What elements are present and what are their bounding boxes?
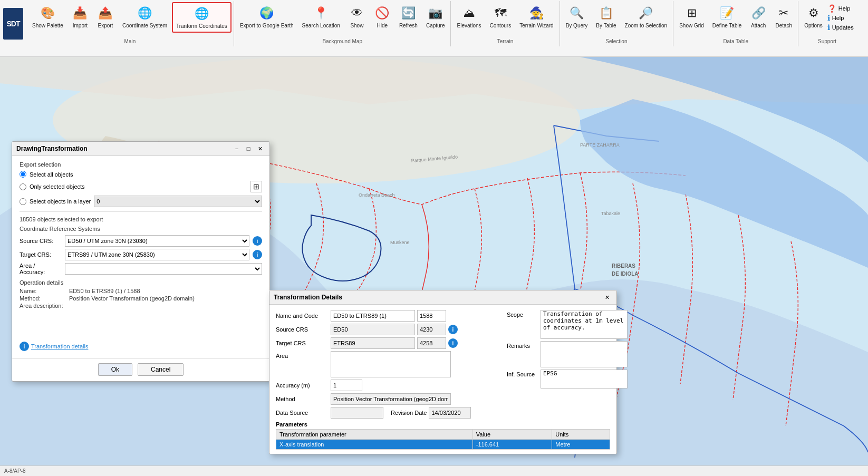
- td-target-info-icon[interactable]: i: [448, 338, 458, 348]
- show-button[interactable]: 👁 Show: [345, 2, 369, 32]
- area-accuracy-label: Area / Accuracy:: [20, 263, 62, 275]
- contours-label: Contours: [490, 23, 512, 29]
- source-crs-info-icon[interactable]: i: [253, 236, 262, 246]
- selection-section-label: Selection: [562, 37, 671, 45]
- svg-text:Ondarreta Beach: Ondarreta Beach: [359, 192, 395, 198]
- show-palette-button[interactable]: 🎨 Show Palette: [28, 2, 67, 32]
- params-col-param: Transformation parameter: [276, 430, 473, 440]
- transform-dialog-titlebar[interactable]: DrawingTransformation − □ ✕: [12, 142, 269, 156]
- code-input[interactable]: [417, 310, 446, 322]
- area-td-row: Area: [276, 351, 503, 377]
- refresh-label: Refresh: [399, 23, 418, 29]
- zoom-to-selection-button[interactable]: 🔎 Zoom to Selection: [621, 2, 671, 32]
- infsrc-textarea[interactable]: EPSG: [541, 370, 628, 388]
- source-crs-select[interactable]: ED50 / UTM zone 30N (23030): [65, 235, 249, 247]
- crs-section-title: Coordinate Reference Systems: [20, 226, 262, 232]
- by-table-button[interactable]: 📋 By Table: [592, 2, 620, 32]
- bgmap-items: 🌍 Export to Google Earth 📍 Search Locati…: [236, 2, 449, 37]
- transform-dialog-footer: Ok Cancel: [12, 358, 269, 381]
- name-code-row: Name and Code: [276, 310, 503, 322]
- cancel-button[interactable]: Cancel: [138, 363, 184, 376]
- transform-coordinates-button[interactable]: 🌐 Tranform Coordinates: [172, 2, 232, 33]
- infsrc-label: Inf. Source: [507, 371, 538, 377]
- transform-dialog-minimize[interactable]: −: [232, 144, 242, 153]
- detach-icon: ✂: [775, 5, 792, 22]
- td-target-code-input[interactable]: [417, 337, 446, 349]
- detach-button[interactable]: ✂ Detach: [771, 2, 796, 32]
- td-datasource-label: Data Source: [276, 410, 329, 416]
- terrain-wizard-button[interactable]: 🧙 Terrain Wizard: [516, 2, 557, 32]
- export-button[interactable]: 📤 Export: [93, 2, 118, 32]
- options-icon: ⚙: [805, 5, 822, 22]
- td-accuracy-input[interactable]: [331, 380, 362, 391]
- selected-objects-icon[interactable]: ⊞: [250, 181, 262, 192]
- transform-details-link[interactable]: i Transformation details: [20, 342, 262, 351]
- layer-select[interactable]: 0: [94, 196, 262, 207]
- radio-selected-objects-row: Only selected objects ⊞: [20, 181, 262, 192]
- information-button[interactable]: ℹ Updates: [827, 23, 854, 32]
- refresh-button[interactable]: 🔄 Refresh: [396, 2, 421, 32]
- target-crs-select[interactable]: ETRS89 / UTM zone 30N (25830): [65, 249, 249, 260]
- export-radio-group: Select all objects Only selected objects…: [20, 171, 262, 207]
- td-body: Name and Code Source CRS i Target CRS i: [269, 305, 616, 454]
- radio-layer-label: Select objects in a layer: [30, 198, 91, 205]
- transform-dialog-body: Export selection Select all objects Only…: [12, 156, 269, 356]
- coordinate-system-label: Coordinate System: [122, 23, 167, 29]
- import-button[interactable]: 📥 Import: [68, 2, 92, 32]
- name-input[interactable]: [331, 310, 415, 322]
- transform-dialog-maximize[interactable]: □: [243, 144, 254, 153]
- area-accuracy-select[interactable]: [65, 263, 262, 275]
- scope-textarea[interactable]: Transformation of coordinates at 1m leve…: [541, 310, 628, 339]
- op-name-value: ED50 to ETRS89 (1) / 1588: [69, 288, 140, 294]
- td-source-crs-input[interactable]: [331, 324, 415, 335]
- op-method-row: Method: Position Vector Transformation (…: [20, 295, 262, 302]
- ok-button[interactable]: Ok: [98, 363, 132, 376]
- toolbar-section-datatable: ⊞ Show Grid 📝 Define Table 🔗 Attach ✂ De…: [673, 1, 798, 46]
- information-icon: ℹ: [827, 23, 830, 32]
- method-row: Method: [276, 393, 503, 405]
- export-google-earth-button[interactable]: 🌍 Export to Google Earth: [236, 2, 297, 32]
- define-table-button[interactable]: 📝 Define Table: [709, 2, 745, 32]
- td-datasource-input[interactable]: [331, 407, 383, 419]
- td-revdate-input[interactable]: [429, 407, 471, 419]
- import-label: Import: [73, 23, 88, 29]
- td-source-info-icon[interactable]: i: [448, 325, 458, 334]
- td-area-textarea[interactable]: [331, 351, 451, 377]
- datasource-revdate-row: Data Source Revision Date: [276, 407, 503, 419]
- td-dialog-close[interactable]: ✕: [602, 293, 612, 302]
- support-section-label: Support: [801, 37, 853, 45]
- search-location-button[interactable]: 📍 Search Location: [298, 2, 344, 32]
- radio-select-layer[interactable]: [20, 198, 26, 205]
- options-button[interactable]: ⚙ Options: [801, 2, 826, 32]
- params-table: Transformation parameter Value Units X-a…: [276, 429, 610, 450]
- capture-icon: 📷: [427, 5, 444, 22]
- transform-dialog-close[interactable]: ✕: [255, 144, 265, 153]
- contours-button[interactable]: 🗺 Contours: [486, 2, 515, 32]
- source-crs-td-row: Source CRS i: [276, 324, 503, 335]
- updates-button[interactable]: ℹ Help: [827, 14, 854, 22]
- td-method-input[interactable]: [331, 393, 451, 405]
- radio-selected-objects[interactable]: [20, 183, 26, 190]
- show-grid-button[interactable]: ⊞ Show Grid: [676, 2, 708, 32]
- coordinate-system-button[interactable]: 🌐 Coordinate System: [119, 2, 171, 32]
- by-query-button[interactable]: 🔍 By Query: [562, 2, 592, 32]
- transform-coordinates-label: Tranform Coordinates: [176, 23, 227, 30]
- attach-button[interactable]: 🔗 Attach: [746, 2, 770, 32]
- remarks-textarea[interactable]: [541, 341, 628, 367]
- table-row[interactable]: X-axis translation -116.641 Metre: [276, 440, 610, 450]
- td-dialog-titlebar[interactable]: Transformation Details ✕: [269, 290, 616, 305]
- td-right-col: Scope Transformation of coordinates at 1…: [507, 310, 628, 388]
- hide-button[interactable]: 🚫 Hide: [370, 2, 394, 32]
- target-crs-td-row: Target CRS i: [276, 337, 503, 349]
- params-title: Parameters: [276, 421, 610, 428]
- export-google-earth-icon: 🌍: [258, 5, 275, 22]
- elevations-button[interactable]: ⛰ Elevations: [453, 2, 485, 32]
- td-source-code-input[interactable]: [417, 324, 446, 335]
- transform-link-icon: i: [20, 342, 29, 351]
- td-target-crs-input[interactable]: [331, 337, 415, 349]
- help-button[interactable]: ❓ Help: [827, 4, 854, 13]
- op-method-key: Method:: [20, 295, 67, 302]
- capture-button[interactable]: 📷 Capture: [422, 2, 449, 32]
- radio-all-objects[interactable]: [20, 171, 26, 178]
- target-crs-info-icon[interactable]: i: [253, 250, 262, 259]
